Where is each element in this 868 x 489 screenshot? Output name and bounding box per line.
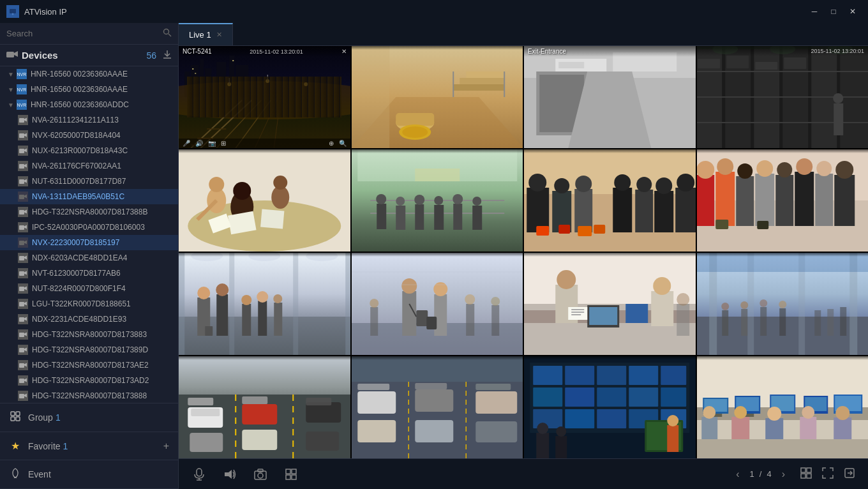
expand-icon: ▼ (8, 86, 14, 93)
close-button[interactable]: ✕ (844, 4, 862, 19)
video-cell-9[interactable] (179, 253, 350, 355)
svg-point-313 (667, 415, 678, 426)
device-item-d13[interactable]: NDX-6203ACDE48DD1EA4 (0, 250, 178, 266)
svg-rect-57 (205, 68, 211, 97)
device-item-d1[interactable]: ▼ NVR HNR-16560 00236360AAAE (0, 66, 178, 82)
svg-point-178 (756, 160, 773, 177)
video-cell-16[interactable] (697, 356, 869, 458)
device-item-d14[interactable]: NVT-61230007D8177AB6 (0, 266, 178, 281)
cam-icon-small[interactable]: 📷 (208, 140, 216, 147)
video-cell-4[interactable]: 2015-11-02 13:20:01 (697, 46, 869, 148)
device-item-d10[interactable]: HDG-T322NSRA80007D817388B (0, 204, 178, 220)
next-page-button[interactable]: › (777, 466, 790, 483)
svg-rect-63 (232, 60, 234, 61)
device-name: NVX-22230007D8185197 (32, 238, 119, 247)
minimize-button[interactable]: ─ (805, 4, 823, 19)
video-cell-7[interactable] (524, 149, 696, 252)
device-item-d15[interactable]: NUT-8224R0007D800F1F4 (0, 281, 178, 296)
device-item-d22[interactable]: HDG-T322NSRA80007D8173888 (0, 388, 178, 403)
device-item-d21[interactable]: HDG-T322NSRA80007D8173AD2 (0, 373, 178, 388)
device-item-d16[interactable]: LGU-T322KR0007D8188651 (0, 296, 178, 312)
video-cell-5[interactable] (179, 149, 350, 252)
svg-rect-86 (466, 71, 504, 78)
svg-marker-38 (24, 333, 27, 336)
device-name: HNR-16560 00236360AAAE (31, 70, 128, 79)
device-item-d12[interactable]: NVX-22230007D8185197 (0, 235, 178, 250)
sidebar-item-favorite[interactable]: ★ Favorite 1 + (0, 432, 178, 460)
device-item-d4[interactable]: NVA-261112341211A113 (0, 112, 178, 128)
device-item-d7[interactable]: NVA-261176CF67002AA1 (0, 158, 178, 174)
svg-point-158 (575, 176, 592, 192)
video-cell-13[interactable] (179, 356, 350, 458)
grid-view-button[interactable] (798, 465, 814, 484)
tab-live1[interactable]: Live 1 ✕ (179, 23, 233, 45)
device-name: NUT-6311D0007D8177D87 (32, 177, 126, 186)
zoom-icon[interactable]: 🔍 (339, 140, 347, 147)
maximize-button[interactable]: □ (825, 4, 842, 19)
svg-rect-213 (416, 310, 428, 326)
video-cell-10[interactable] (352, 253, 523, 355)
device-item-d11[interactable]: IPC-52A0030P0A0007D8106003 (0, 220, 178, 235)
video-cell-11[interactable] (524, 253, 696, 355)
snapshot-button[interactable] (250, 464, 271, 485)
svg-rect-31 (19, 287, 24, 291)
device-item-d5[interactable]: NVX-62050007D818A404 (0, 128, 178, 143)
svg-rect-167 (675, 188, 695, 232)
video-cell-3[interactable]: Exit-Entrance (524, 46, 696, 148)
page-total: 4 (767, 469, 771, 479)
video-cell-15[interactable] (524, 356, 696, 458)
grid-layout-button[interactable] (281, 464, 301, 485)
volume-button[interactable] (220, 464, 240, 485)
svg-point-180 (777, 162, 792, 177)
speaker-icon-small[interactable]: 🔊 (195, 140, 203, 147)
add-favorite-icon[interactable]: + (163, 440, 169, 452)
cam-icon (18, 314, 28, 324)
svg-rect-55 (191, 65, 198, 97)
device-item-d20[interactable]: HDG-T322NSRA80007D8173AE2 (0, 357, 178, 373)
device-name: HDG-T322NSRA80007D8173883 (32, 330, 147, 339)
svg-point-321 (703, 406, 715, 419)
search-icon[interactable] (163, 28, 172, 39)
svg-point-197 (241, 295, 251, 305)
device-item-d17[interactable]: NDX-2231ACDE48DD1E93 (0, 312, 178, 327)
device-item-d18[interactable]: HDG-T322NSRA80007D8173883 (0, 327, 178, 342)
video-cell-1[interactable]: NCT-5241 2015-11-02 13:20:01 ✕ 🎤 🔊 📷 ⊞ ⊕… (179, 46, 350, 148)
download-icon[interactable] (163, 50, 172, 61)
video-cell-12[interactable] (697, 253, 869, 355)
svg-rect-234 (625, 304, 648, 323)
sidebar-item-event[interactable]: Event (0, 460, 178, 489)
favorite-count: 1 (63, 441, 68, 451)
grid-icon-small[interactable]: ⊞ (221, 140, 226, 147)
sidebar-item-group[interactable]: Group 1 (0, 403, 178, 432)
video-close-1[interactable]: ✕ (341, 48, 347, 55)
device-item-d9[interactable]: NVA-1311DAEB95A0B51C (0, 189, 178, 204)
svg-rect-284 (475, 421, 517, 442)
video-cell-8[interactable] (697, 149, 869, 252)
video-cell-14[interactable] (352, 356, 523, 458)
svg-point-216 (433, 282, 447, 296)
device-list: ▼ NVR HNR-16560 00236360AAAE ▼ NVR HNR-1… (0, 66, 178, 403)
device-item-d19[interactable]: HDG-T322NSRA80007D817389D (0, 342, 178, 357)
device-item-d6[interactable]: NUX-6213R0007D818A43C (0, 143, 178, 158)
video-overlay-8 (697, 149, 869, 153)
video-cell-2[interactable] (352, 46, 523, 148)
exit-button[interactable] (841, 465, 858, 484)
app-title: ATVision IP (24, 7, 805, 17)
ptz-icon[interactable]: ⊕ (329, 140, 334, 147)
svg-rect-165 (654, 191, 673, 232)
fullscreen-button[interactable] (819, 465, 836, 484)
search-input[interactable] (6, 29, 163, 38)
svg-marker-18 (24, 179, 27, 183)
svg-line-4 (168, 34, 171, 36)
microphone-button[interactable] (189, 464, 209, 485)
svg-rect-266 (191, 409, 220, 416)
video-cell-6[interactable] (352, 149, 523, 252)
device-item-d3[interactable]: ▼ NVR HNR-16560 00236360ADDC (0, 97, 178, 112)
prev-page-button[interactable]: ‹ (731, 466, 744, 483)
svg-rect-237 (571, 312, 584, 313)
mic-icon-small[interactable]: 🎤 (183, 140, 190, 147)
video-overlay-6 (352, 149, 523, 153)
close-tab-icon[interactable]: ✕ (216, 31, 222, 39)
device-item-d8[interactable]: NUT-6311D0007D8177D87 (0, 174, 178, 189)
device-item-d2[interactable]: ▼ NVR HNR-16560 00236360AAAE (0, 82, 178, 97)
